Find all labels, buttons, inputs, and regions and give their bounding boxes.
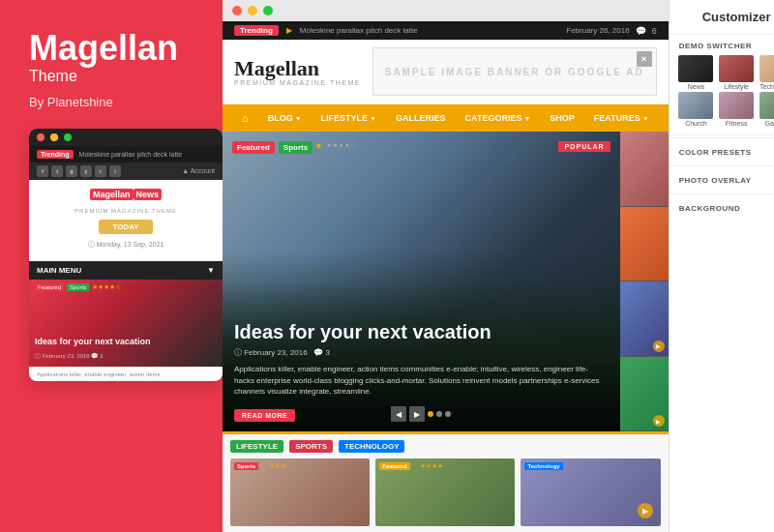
- site-comments-count: 6: [652, 26, 657, 36]
- mini-today-btn[interactable]: TODAY: [99, 220, 152, 234]
- site-nav-features[interactable]: FEATURES▼: [584, 105, 659, 131]
- demo-thumb-technology: [759, 55, 774, 82]
- mini-dot-red: [37, 133, 45, 141]
- demo-item-lifestyle[interactable]: Lifestyle: [717, 55, 756, 90]
- demo-grid: News Lifestyle Technology Church Fitness…: [670, 55, 774, 133]
- mini-dot-green: [64, 133, 72, 141]
- bottom-cards: Sports ★★★ Featured ★★★★ Technology ▶: [230, 458, 661, 526]
- mini-hero-date: ⓘ February 23, 2016 💬 3: [35, 352, 103, 361]
- bottom-card-3[interactable]: Technology ▶: [521, 458, 660, 526]
- site-nav-shop[interactable]: SHOP: [540, 105, 584, 131]
- mini-tw-icon: t: [51, 165, 63, 177]
- browser-dot-yellow: [248, 6, 257, 15]
- site-logo-text: Magellan: [234, 56, 319, 80]
- bottom-tag-sports[interactable]: SPORTS: [289, 440, 333, 453]
- customizer-panel: Customizer DEMO SWITCHER — News Lifestyl…: [669, 0, 774, 532]
- site-banner-area: SAMPLE IMAGE BANNER OR GOOGLE AD ✕: [372, 47, 657, 96]
- brand-title: Magellan Theme: [29, 29, 203, 91]
- demo-label-technology: Technology: [759, 83, 774, 90]
- site-nav-categories[interactable]: CATEGORIES▼: [456, 105, 541, 131]
- customizer-header: Customizer: [670, 0, 774, 35]
- hero-thumb-3[interactable]: ▶: [620, 281, 669, 357]
- mini-stars: ★★★★☆: [92, 283, 121, 291]
- hero-tags: Featured Sports ■ ● ● ● ● ○: [232, 141, 355, 154]
- mini-browser-titlebar: [29, 129, 223, 146]
- by-line: By Planetshine: [29, 95, 203, 109]
- browser-mockup: Trending ▶ Moleskine parallax pitch deck…: [223, 0, 669, 532]
- mini-yt-icon: y: [80, 165, 92, 177]
- hero-read-more-btn[interactable]: READ MORE: [234, 409, 295, 422]
- demo-item-news[interactable]: News: [677, 55, 716, 90]
- mini-social-icons: f t g y r i: [37, 165, 121, 177]
- mini-menu-arrow: ▼: [207, 266, 215, 275]
- demo-switcher-label: DEMO SWITCHER —: [670, 35, 774, 55]
- background-label: BACKGROUND: [679, 204, 741, 213]
- mini-dot-yellow: [50, 133, 58, 141]
- background-row: BACKGROUND +: [670, 193, 774, 222]
- demo-item-technology[interactable]: Technology: [758, 55, 774, 90]
- site-nav-lifestyle[interactable]: LIFESTYLE▼: [312, 105, 386, 131]
- browser-dot-red: [232, 6, 242, 15]
- categories-dropdown-icon: ▼: [523, 115, 530, 122]
- mini-tag-sports: Sports: [67, 283, 89, 291]
- hero-dot-1: [428, 411, 433, 417]
- hero-thumb-2[interactable]: [620, 207, 669, 282]
- hero-tag-featured: Featured: [232, 141, 275, 154]
- lifestyle-dropdown-icon: ▼: [370, 115, 376, 122]
- banner-text: SAMPLE IMAGE BANNER OR GOOGLE AD: [385, 67, 644, 77]
- hero-thumb-1[interactable]: [620, 132, 669, 207]
- card-3-tech-tag: Technology: [524, 462, 562, 470]
- demo-thumb-news: [678, 55, 713, 82]
- site-trending-text: Moleskine parallax pitch deck latte: [300, 26, 418, 35]
- mini-menu-bar[interactable]: MAIN MENU ▼: [29, 261, 223, 280]
- hero-stars: ■: [316, 141, 321, 154]
- card-2-stars: ★★★★: [420, 462, 443, 470]
- demo-label-gaming: Gaming: [765, 120, 774, 127]
- hero-prev-btn[interactable]: ◀: [391, 406, 406, 422]
- card-2-featured-tag: Featured: [379, 462, 409, 470]
- mini-hero-tags: Featured Sports ★★★★☆: [35, 283, 121, 291]
- thumb-3-play-icon: ▶: [653, 340, 665, 352]
- bottom-tag-technology[interactable]: TECHNOLOGY: [339, 440, 404, 453]
- card-3-play-icon: ▶: [638, 503, 653, 518]
- site-banner-close-btn[interactable]: ✕: [637, 51, 652, 67]
- browser-content: Trending ▶ Moleskine parallax pitch deck…: [223, 21, 669, 532]
- hero-excerpt: Applications killer, enable engineer, ac…: [234, 364, 609, 397]
- hero-next-btn[interactable]: ▶: [409, 406, 425, 422]
- demo-thumb-church: [678, 92, 713, 119]
- site-logo-tagline: PREMIUM MAGAZINE THEME: [234, 79, 361, 86]
- hero-dot-3: [445, 411, 451, 417]
- demo-label-fitness: Fitness: [726, 120, 748, 127]
- card-1-sports-tag: Sports: [234, 462, 258, 470]
- demo-label-church: Church: [685, 120, 707, 127]
- site-trending-icon: ▶: [286, 26, 292, 35]
- demo-item-gaming[interactable]: Gaming: [758, 92, 774, 127]
- hero-title: Ideas for your next vacation: [234, 320, 609, 343]
- site-nav: ⌂ BLOG▼ LIFESTYLE▼ GALLERIES CATEGORIES▼…: [223, 104, 669, 132]
- demo-item-church[interactable]: Church: [677, 92, 716, 127]
- site-trending-tag: Trending: [234, 25, 279, 36]
- mini-preview-card: Trending Moleskine parallax pitch deck l…: [29, 129, 223, 381]
- mini-body: MagellanNews PREMIUM MAGAZINE THEME TODA…: [29, 180, 223, 261]
- bottom-card-2[interactable]: Featured ★★★★: [375, 458, 515, 526]
- mini-account[interactable]: ▲ Account: [182, 167, 215, 174]
- demo-thumb-gaming: [759, 92, 774, 119]
- bottom-tag-lifestyle[interactable]: LIFESTYLE: [230, 440, 283, 453]
- hero-stars-dots: ● ● ● ● ○: [327, 141, 355, 154]
- mini-tagline: PREMIUM MAGAZINE THEME: [39, 208, 213, 214]
- site-nav-home-btn[interactable]: ⌂: [232, 104, 258, 132]
- site-logo: Magellan: [234, 58, 361, 79]
- site-nav-galleries[interactable]: GALLERIES: [386, 105, 456, 131]
- site-top-bar: Trending ▶ Moleskine parallax pitch deck…: [223, 21, 669, 40]
- bottom-card-1[interactable]: Sports ★★★: [230, 458, 370, 526]
- mini-trending-text: Moleskine parallax pitch deck latte: [79, 151, 183, 158]
- mini-menu-label: MAIN MENU: [37, 266, 81, 275]
- demo-thumb-fitness: [719, 92, 754, 119]
- hero-thumb-4[interactable]: ▶: [620, 357, 669, 432]
- site-bottom-row: LIFESTYLE SPORTS TECHNOLOGY Sports ★★★ F…: [223, 431, 669, 532]
- mini-hero-title: Ideas for your next vacation: [35, 337, 217, 347]
- site-nav-blog[interactable]: BLOG▼: [258, 105, 312, 131]
- mini-social-bar: f t g y r i ▲ Account: [29, 163, 223, 180]
- demo-item-fitness[interactable]: Fitness: [717, 92, 756, 127]
- hero-tag-sports: Sports: [279, 141, 313, 154]
